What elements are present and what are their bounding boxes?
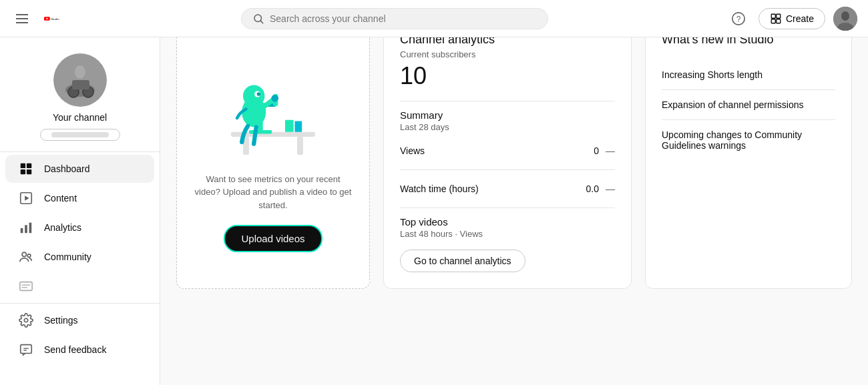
views-change: — xyxy=(606,145,615,156)
user-avatar[interactable] xyxy=(833,7,857,31)
svg-rect-44 xyxy=(249,130,272,133)
channel-name: Your channel xyxy=(5,112,154,123)
top-videos-period: Last 48 hours · Views xyxy=(400,229,615,239)
svg-text:Studio: Studio xyxy=(51,17,59,20)
svg-point-52 xyxy=(271,95,278,102)
search-wrap xyxy=(241,8,548,29)
create-button[interactable]: Create xyxy=(758,8,825,29)
svg-line-4 xyxy=(260,21,262,23)
sidebar-item-label-content: Content xyxy=(44,193,77,204)
summary-label: Summary xyxy=(400,109,615,121)
separator-3 xyxy=(400,208,615,208)
svg-rect-27 xyxy=(25,225,27,233)
main-content: Want to see metrics on your recent video… xyxy=(160,0,868,305)
analytics-card: Channel analytics Current subscribers 10… xyxy=(383,16,632,289)
svg-rect-21 xyxy=(27,163,31,168)
watchtime-change: — xyxy=(606,183,615,194)
sidebar-divider-top xyxy=(0,151,160,152)
separator-2 xyxy=(400,169,615,170)
sidebar: Your channel Dashboard Content xyxy=(0,37,160,305)
watchtime-label: Watch time (hours) xyxy=(400,183,479,194)
svg-rect-7 xyxy=(771,14,775,18)
search-icon xyxy=(252,13,264,25)
svg-point-12 xyxy=(841,11,849,21)
watchtime-value: 0.0 xyxy=(586,183,599,194)
sidebar-item-label-community: Community xyxy=(44,252,91,262)
subscriber-count: 10 xyxy=(400,62,615,90)
svg-text:?: ? xyxy=(736,14,741,23)
upload-card: Want to see metrics on your recent video… xyxy=(176,16,370,289)
sidebar-item-content[interactable]: Content xyxy=(5,184,154,212)
views-value: 0 xyxy=(594,145,599,156)
sidebar-item-dashboard[interactable]: Dashboard xyxy=(5,155,154,183)
top-videos-label: Top videos xyxy=(400,216,615,228)
community-icon xyxy=(19,250,33,264)
svg-rect-22 xyxy=(21,169,25,174)
svg-rect-18 xyxy=(72,80,89,89)
subtitles-icon xyxy=(19,279,33,294)
svg-point-48 xyxy=(243,85,264,106)
svg-rect-23 xyxy=(27,169,31,174)
search-input[interactable] xyxy=(270,13,537,24)
dashboard-icon xyxy=(19,161,33,176)
svg-rect-8 xyxy=(777,14,781,18)
svg-rect-26 xyxy=(21,228,23,233)
svg-point-19 xyxy=(75,65,85,79)
svg-point-29 xyxy=(22,252,26,256)
upload-description: Want to see metrics on your recent video… xyxy=(193,173,353,212)
sidebar-item-analytics[interactable]: Analytics xyxy=(5,214,154,242)
sidebar-item-label-dashboard: Dashboard xyxy=(44,163,90,174)
channel-avatar-image xyxy=(53,53,107,107)
svg-point-51 xyxy=(258,93,260,94)
svg-marker-25 xyxy=(25,196,29,200)
svg-point-30 xyxy=(27,254,31,258)
analytics-icon xyxy=(19,220,33,235)
sidebar-item-community[interactable]: Community xyxy=(5,243,154,271)
menu-button[interactable] xyxy=(11,6,33,31)
svg-rect-31 xyxy=(20,282,32,291)
svg-rect-41 xyxy=(285,119,294,131)
channel-avatar[interactable] xyxy=(53,53,107,107)
views-metric-row: Views 0 — xyxy=(400,140,615,161)
views-label: Views xyxy=(400,145,425,156)
news-item-0[interactable]: Increasing Shorts length xyxy=(662,60,835,90)
channel-button[interactable] xyxy=(40,129,120,141)
sidebar-item-subtitles[interactable] xyxy=(5,272,154,300)
whats-new-card: What's new in Studio Increasing Shorts l… xyxy=(645,16,852,289)
news-item-1[interactable]: Expansion of channel permissions xyxy=(662,90,835,120)
upload-illustration xyxy=(213,53,333,159)
create-icon xyxy=(770,13,782,25)
goto-analytics-button[interactable]: Go to channel analytics xyxy=(400,250,525,272)
search-bar xyxy=(63,8,726,29)
news-item-2[interactable]: Upcoming changes to Community Guidelines… xyxy=(662,120,835,160)
sidebar-divider-mid xyxy=(0,303,160,304)
help-icon: ? xyxy=(731,11,746,26)
svg-rect-40 xyxy=(297,137,303,155)
subscribers-label: Current subscribers xyxy=(400,49,615,59)
svg-rect-42 xyxy=(294,121,302,131)
dashboard-grid: Want to see metrics on your recent video… xyxy=(176,16,852,289)
period-label: Last 28 days xyxy=(400,122,615,132)
channel-btn-label xyxy=(51,132,109,137)
channel-info: Your channel xyxy=(0,43,160,149)
svg-rect-10 xyxy=(777,19,781,23)
separator-1 xyxy=(400,101,615,101)
svg-rect-28 xyxy=(29,223,32,234)
logo-area[interactable]: Studio xyxy=(44,12,63,25)
watchtime-metric-row: Watch time (hours) 0.0 — xyxy=(400,178,615,200)
content-icon xyxy=(19,191,33,206)
sidebar-item-label-analytics: Analytics xyxy=(44,222,81,233)
youtube-icon: Studio xyxy=(44,12,63,25)
header: Studio ? Create xyxy=(0,0,868,37)
help-button[interactable]: ? xyxy=(726,7,750,31)
upload-button[interactable]: Upload videos xyxy=(224,225,322,252)
create-label: Create xyxy=(786,13,814,24)
svg-point-50 xyxy=(257,92,260,95)
svg-rect-9 xyxy=(771,19,775,23)
svg-rect-20 xyxy=(21,163,25,168)
avatar-image xyxy=(833,7,857,31)
